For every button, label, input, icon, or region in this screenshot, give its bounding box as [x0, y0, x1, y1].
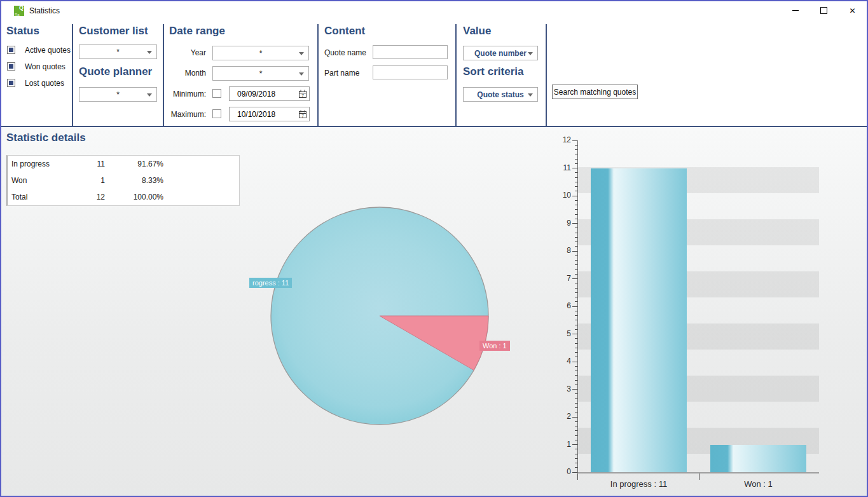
y-minor-tick	[575, 398, 577, 399]
calendar-icon[interactable]: 7	[296, 107, 309, 121]
y-minor-tick	[575, 435, 577, 436]
y-minor-tick	[575, 292, 577, 293]
y-minor-tick	[575, 454, 577, 454]
y-minor-tick	[575, 467, 577, 468]
y-minor-tick	[575, 269, 577, 270]
y-tick-label: 7	[546, 274, 571, 283]
y-minor-tick	[575, 357, 577, 357]
part-name-input[interactable]	[373, 65, 448, 79]
y-minor-tick	[575, 145, 577, 146]
y-minor-tick	[575, 264, 577, 265]
won-quotes-checkbox[interactable]	[7, 62, 15, 71]
value-selected: Quote number	[474, 49, 527, 58]
y-major-tick	[572, 444, 577, 445]
y-minor-tick	[575, 154, 577, 154]
y-major-tick	[572, 334, 577, 334]
x-category-label: Won : 1	[698, 479, 819, 489]
minimize-button[interactable]	[781, 1, 809, 20]
sort-criteria-dropdown[interactable]: Quote status	[463, 87, 538, 102]
minimum-checkbox[interactable]	[212, 89, 221, 98]
maximum-date-input[interactable]	[230, 110, 296, 119]
y-tick-label: 9	[546, 219, 571, 228]
bar	[710, 445, 806, 473]
y-major-tick	[572, 389, 577, 390]
minimum-label: Minimum:	[169, 90, 206, 99]
y-minor-tick	[575, 403, 577, 404]
content-section-title: Content	[324, 25, 365, 37]
details-panel: Statistic details In progress 11 91.67% …	[1, 127, 867, 497]
maximum-date-field[interactable]: 7	[229, 107, 310, 121]
y-minor-tick	[575, 407, 577, 408]
y-tick-label: 10	[546, 191, 571, 200]
quote-name-input[interactable]	[373, 45, 448, 59]
won-quotes-label: Won quotes	[25, 62, 65, 71]
status-section-title: Status	[6, 25, 39, 37]
bar	[591, 168, 687, 473]
y-minor-tick	[575, 177, 577, 178]
y-tick-label: 1	[546, 440, 571, 449]
y-minor-tick	[575, 421, 577, 422]
y-minor-tick	[575, 338, 577, 339]
y-major-tick	[572, 306, 577, 307]
maximum-label: Maximum:	[169, 110, 206, 119]
y-minor-tick	[575, 228, 577, 228]
y-minor-tick	[575, 260, 577, 261]
y-minor-tick	[575, 274, 577, 275]
y-minor-tick	[575, 352, 577, 353]
maximize-button[interactable]	[809, 1, 838, 20]
customer-list-dropdown[interactable]: *	[79, 44, 157, 59]
y-minor-tick	[575, 233, 577, 233]
lost-quotes-checkbox[interactable]	[7, 79, 15, 87]
customer-list-section-title: Customer list	[79, 25, 148, 37]
y-minor-tick	[575, 371, 577, 371]
y-minor-tick	[575, 385, 577, 385]
minimum-date-input[interactable]	[230, 90, 296, 99]
y-minor-tick	[575, 463, 577, 463]
y-minor-tick	[575, 430, 577, 431]
y-minor-tick	[575, 375, 577, 376]
y-minor-tick	[575, 301, 577, 302]
y-major-tick	[572, 223, 577, 224]
y-major-tick	[572, 278, 577, 279]
y-major-tick	[572, 251, 577, 252]
section-divider	[163, 24, 164, 126]
y-minor-tick	[575, 320, 577, 320]
window-title: Statistics	[29, 6, 60, 15]
month-dropdown[interactable]: *	[212, 66, 309, 81]
app-icon	[14, 6, 24, 16]
chevron-down-icon	[299, 72, 304, 76]
svg-text:7: 7	[301, 113, 304, 118]
y-minor-tick	[575, 237, 577, 238]
y-minor-tick	[575, 246, 577, 247]
y-minor-tick	[575, 172, 577, 173]
y-tick-label: 4	[546, 357, 571, 365]
y-tick-label: 0	[546, 467, 571, 476]
y-minor-tick	[575, 214, 577, 215]
y-major-tick	[572, 196, 577, 196]
maximum-checkbox[interactable]	[212, 109, 221, 118]
x-category-label: In progress : 11	[578, 479, 699, 489]
y-minor-tick	[575, 440, 577, 440]
calendar-icon[interactable]: 7	[296, 87, 309, 100]
y-minor-tick	[575, 149, 577, 150]
value-dropdown[interactable]: Quote number	[463, 46, 538, 60]
y-minor-tick	[575, 380, 577, 381]
sort-criteria-section-title: Sort criteria	[463, 65, 523, 78]
close-button[interactable]	[838, 1, 867, 20]
year-dropdown[interactable]: *	[212, 46, 309, 60]
minimum-date-field[interactable]: 7	[229, 86, 310, 101]
y-minor-tick	[575, 242, 577, 242]
month-label: Month	[169, 69, 206, 78]
part-name-label: Part name	[324, 69, 359, 78]
y-minor-tick	[575, 311, 577, 311]
value-section-title: Value	[463, 25, 491, 37]
chevron-down-icon	[299, 52, 304, 55]
y-minor-tick	[575, 255, 577, 256]
search-matching-quotes-button[interactable]: Search matching quotes	[552, 85, 638, 99]
section-divider	[317, 24, 319, 126]
quote-planner-dropdown[interactable]: *	[79, 87, 157, 102]
quote-planner-value: *	[116, 90, 120, 99]
y-tick-label: 6	[546, 301, 571, 310]
section-divider	[455, 24, 457, 126]
active-quotes-checkbox[interactable]	[7, 46, 15, 54]
